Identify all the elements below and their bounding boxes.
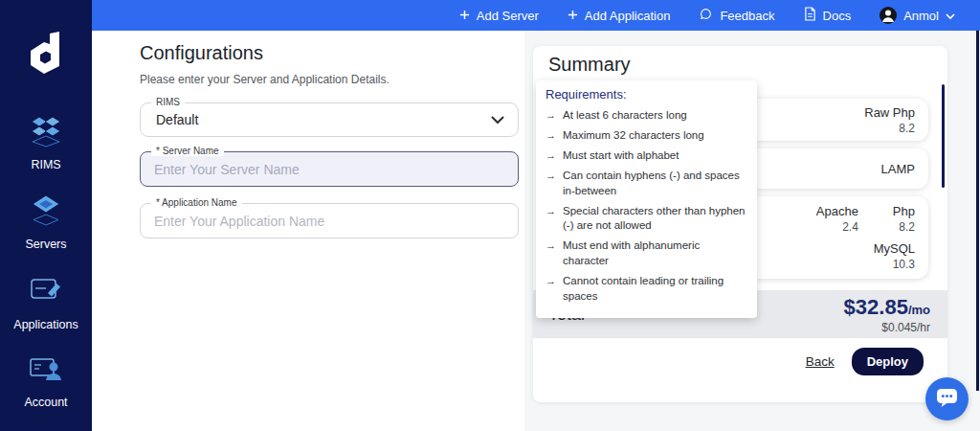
chat-widget-button[interactable]: [925, 377, 969, 420]
rims-select-value: Default: [156, 112, 198, 127]
user-name: Anmol: [903, 9, 939, 23]
summary-footer: Back Deploy: [533, 348, 947, 375]
deploy-button[interactable]: Deploy: [852, 348, 924, 375]
docs-button[interactable]: Docs: [804, 7, 852, 24]
brand-logo-icon[interactable]: [0, 31, 92, 75]
price-monthly: $32.85/mo: [844, 295, 930, 320]
requirement-item: → Must start with alphabet: [546, 148, 747, 164]
feedback-label: Feedback: [720, 9, 774, 23]
arrow-right-icon: →: [546, 128, 556, 144]
sidebar-item-applications[interactable]: Applications: [0, 273, 92, 331]
application-name-input[interactable]: [141, 204, 518, 238]
page-subtitle: Please enter your Server and Application…: [140, 73, 390, 86]
stack-version: 2.4: [842, 220, 858, 234]
stack-name: Raw Php: [864, 105, 915, 120]
price-monthly-amount: $32.85: [844, 295, 908, 319]
requirement-text: Special characters other than hyphen (-)…: [563, 204, 746, 235]
requirement-text: Maximum 32 characters long: [563, 128, 746, 144]
feedback-button[interactable]: Feedback: [699, 7, 774, 24]
sidebar: RIMS Servers Applications: [0, 0, 92, 431]
back-link[interactable]: Back: [806, 354, 835, 369]
page-title: Configurations: [140, 42, 263, 64]
docs-icon: [804, 7, 816, 24]
stack-name: Apache: [816, 204, 858, 218]
requirement-item: → Must end with alphanumeric character: [546, 238, 747, 269]
server-name-label: * Server Name: [151, 146, 224, 156]
add-application-button[interactable]: Add Application: [568, 9, 671, 23]
requirement-item: → Maximum 32 characters long: [546, 128, 747, 144]
server-name-input[interactable]: [141, 152, 518, 186]
applications-icon: [27, 273, 65, 311]
sidebar-item-account[interactable]: Account: [0, 351, 92, 409]
chat-bubble-icon: [935, 386, 959, 413]
sidebar-item-label: Servers: [25, 238, 66, 251]
application-name-field: * Application Name: [140, 203, 519, 238]
rims-select[interactable]: RIMS Default: [140, 102, 519, 137]
requirement-text: At least 6 characters long: [563, 108, 746, 124]
requirement-text: Must end with alphanumeric character: [563, 238, 746, 269]
stack-name: MySQL: [874, 241, 915, 256]
add-server-label: Add Server: [477, 9, 539, 23]
price-hourly: $0.045/hr: [881, 321, 930, 334]
summary-scrollbar-thumb[interactable]: [942, 84, 945, 188]
arrow-right-icon: →: [546, 204, 556, 235]
servers-icon: [27, 193, 65, 231]
price-monthly-unit: /mo: [908, 303, 930, 317]
requirement-text: Must start with alphabet: [563, 148, 746, 164]
sidebar-item-label: Account: [24, 396, 67, 409]
account-icon: [27, 351, 65, 389]
plus-icon: [459, 9, 470, 23]
user-menu[interactable]: Anmol: [880, 7, 955, 24]
add-server-button[interactable]: Add Server: [459, 9, 539, 23]
application-name-label: * Application Name: [151, 197, 242, 208]
rims-select-label: RIMS: [151, 97, 185, 107]
sidebar-item-label: RIMS: [31, 158, 60, 171]
stack-version: 8.2: [899, 220, 915, 234]
stack-name: Php: [893, 204, 915, 218]
chevron-down-icon: [491, 111, 504, 128]
page-scrollbar-thumb[interactable]: [976, 31, 979, 391]
feedback-icon: [699, 7, 713, 24]
arrow-right-icon: →: [546, 148, 556, 164]
chevron-down-icon: [946, 9, 955, 23]
server-name-field: * Server Name: [140, 151, 519, 187]
requirements-title: Requirements:: [546, 87, 747, 102]
topbar: Add Server Add Application Feedback Docs: [92, 0, 980, 31]
arrow-right-icon: →: [546, 108, 556, 124]
stack-version: 8.2: [899, 122, 915, 135]
requirement-item: → Cannot contain leading or trailing spa…: [546, 274, 747, 305]
stack-name: LAMP: [881, 162, 915, 176]
requirement-text: Can contain hyphens (-) and spaces in-be…: [563, 169, 746, 199]
requirement-item: → Can contain hyphens (-) and spaces in-…: [546, 169, 747, 199]
plus-icon: [568, 9, 578, 23]
arrow-right-icon: →: [546, 238, 556, 269]
sidebar-item-label: Applications: [13, 318, 78, 331]
requirement-item: → At least 6 characters long: [546, 108, 747, 124]
sidebar-item-servers[interactable]: Servers: [0, 193, 92, 251]
requirement-text: Cannot contain leading or trailing space…: [563, 274, 746, 305]
arrow-right-icon: →: [546, 169, 556, 199]
requirements-tooltip: Requirements: → At least 6 characters lo…: [536, 80, 757, 318]
sidebar-item-rims[interactable]: RIMS: [0, 113, 92, 171]
add-application-label: Add Application: [585, 9, 671, 23]
summary-title: Summary: [548, 54, 631, 76]
user-avatar: [880, 7, 897, 24]
requirement-item: → Special characters other than hyphen (…: [546, 204, 747, 235]
docs-label: Docs: [823, 9, 852, 23]
rims-icon: [27, 113, 65, 151]
arrow-right-icon: →: [546, 274, 556, 305]
stack-version: 10.3: [893, 258, 915, 271]
